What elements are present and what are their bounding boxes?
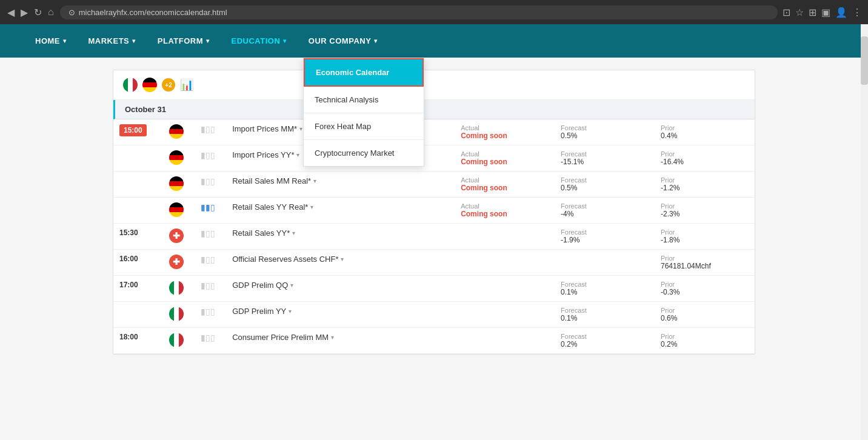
scrollbar[interactable]	[861, 24, 868, 440]
flag-cell-2	[163, 172, 195, 198]
event-chevron-2[interactable]: ▾	[313, 178, 316, 184]
event-chevron-8[interactable]: ▾	[331, 334, 334, 341]
dropdown-item-technical-analysis[interactable]: Technical Analysis	[304, 87, 424, 113]
nav-our-company[interactable]: OUR COMPANY ▾	[298, 24, 389, 58]
event-name-6: GDP Prelim QQ ▾	[232, 281, 449, 290]
impact-cell-5: ▮▯▯	[195, 250, 226, 276]
scrollbar-thumb[interactable]	[861, 36, 868, 85]
table-row: 15:30 ✚ ▮▯▯ Retail Sales YY* ▾	[113, 224, 755, 250]
time-text-6: 17:00	[119, 281, 138, 289]
prior-cell-2: Prior -1.2%	[655, 172, 755, 198]
forward-button[interactable]: ▶	[19, 5, 29, 19]
event-chevron-7[interactable]: ▾	[289, 308, 292, 315]
forecast-cell-0: Forecast 0.5%	[555, 119, 655, 145]
time-cell-6: 17:00	[113, 276, 163, 302]
table-row: 17:00 ▮▯▯ GDP Prelim QQ ▾	[113, 276, 755, 302]
actual-value-0: Coming soon	[461, 132, 549, 140]
extensions-icon[interactable]: ⊞	[809, 7, 816, 18]
event-text-5: Official Reserves Assets CHF*	[232, 255, 338, 264]
nav-markets[interactable]: MARKETS ▾	[78, 24, 147, 58]
prior-cell-5: Prior 764181.04Mchf	[655, 250, 755, 276]
bookmark-icon[interactable]: ☆	[795, 7, 804, 18]
time-cell-2	[113, 172, 163, 198]
impact-icon-3: ▮▮▯	[201, 202, 215, 212]
event-name-5: Official Reserves Assets CHF* ▾	[232, 255, 449, 264]
profile-icon[interactable]: 👤	[835, 7, 847, 18]
actual-cell-8	[455, 328, 555, 354]
cast-icon[interactable]: ⊡	[783, 7, 790, 18]
nav-platform[interactable]: PLATFORM ▾	[147, 24, 221, 58]
event-chevron-0[interactable]: ▾	[299, 125, 302, 132]
impact-cell-1: ▮▯▯	[195, 145, 226, 172]
forecast-cell-3: Forecast -4%	[555, 198, 655, 224]
dropdown-item-cryptocurrency-market[interactable]: Cryptocurrency Market	[304, 140, 424, 166]
filter-flag-others[interactable]: +2	[162, 78, 175, 92]
flag-it-8	[169, 333, 184, 347]
impact-icon-0: ▮▯▯	[201, 124, 215, 134]
prior-cell-8: Prior 0.2%	[655, 328, 755, 354]
nav-education[interactable]: EDUCATION ▾	[221, 24, 298, 58]
nav-platform-chevron: ▾	[206, 38, 210, 44]
prior-cell-1: Prior -16.4%	[655, 145, 755, 172]
time-text-8: 18:00	[119, 333, 138, 341]
prior-label-6: Prior	[661, 281, 749, 288]
flag-cell-8	[163, 328, 195, 354]
impact-icon-2: ▮▯▯	[201, 176, 215, 186]
event-chevron-6[interactable]: ▾	[290, 282, 293, 288]
nav-home-label: HOME	[35, 36, 60, 45]
event-cell-6: GDP Prelim QQ ▾	[226, 276, 455, 302]
refresh-button[interactable]: ↻	[33, 5, 43, 19]
address-bar[interactable]: ⊙ michaelrayhfx.com/economiccalendar.htm…	[60, 5, 778, 19]
nav-markets-label: MARKETS	[88, 36, 130, 45]
impact-cell-4: ▮▯▯	[195, 224, 226, 250]
dropdown-item-forex-heat-map[interactable]: Forex Heat Map	[304, 113, 424, 140]
impact-icon-8: ▮▯▯	[201, 333, 215, 342]
event-chevron-4[interactable]: ▾	[292, 230, 295, 236]
event-text-8: Consumer Price Prelim MM	[232, 333, 329, 342]
impact-icon-1: ▮▯▯	[201, 150, 215, 160]
event-chevron-5[interactable]: ▾	[341, 256, 344, 262]
event-cell-5: Official Reserves Assets CHF* ▾	[226, 250, 455, 276]
flag-de-1	[169, 150, 184, 165]
filter-flag-germany[interactable]	[142, 78, 157, 92]
impact-icon-7: ▮▯▯	[201, 307, 215, 316]
prior-label-4: Prior	[661, 228, 749, 236]
flag-cell-7	[163, 302, 195, 328]
impact-cell-7: ▮▯▯	[195, 302, 226, 328]
tab-icon[interactable]: ▣	[821, 7, 830, 18]
forecast-value-3: -4%	[561, 210, 649, 218]
time-cell-7	[113, 302, 163, 328]
event-chevron-3[interactable]: ▾	[310, 204, 313, 210]
date-header: October 31	[113, 100, 755, 119]
prior-cell-6: Prior -0.3%	[655, 276, 755, 302]
forecast-cell-4: Forecast -1.9%	[555, 224, 655, 250]
prior-label-1: Prior	[661, 150, 749, 158]
forecast-label-8: Forecast	[561, 333, 649, 340]
menu-icon[interactable]: ⋮	[852, 7, 862, 18]
forecast-cell-5	[555, 250, 655, 276]
forecast-value-6: 0.1%	[561, 288, 649, 296]
forecast-label-3: Forecast	[561, 202, 649, 210]
actual-cell-6	[455, 276, 555, 302]
event-chevron-1[interactable]: ▾	[296, 152, 299, 158]
filter-flag-italy[interactable]	[123, 78, 138, 92]
nav-home[interactable]: HOME ▾	[24, 24, 78, 58]
time-cell-3	[113, 198, 163, 224]
prior-value-5: 764181.04Mchf	[661, 262, 749, 270]
time-cell-4: 15:30	[113, 224, 163, 250]
flag-it-6	[169, 281, 184, 295]
dropdown-item-economic-calendar[interactable]: Economic Calendar	[304, 58, 424, 87]
home-button[interactable]: ⌂	[47, 5, 55, 19]
event-text-7: GDP Prelim YY	[232, 307, 286, 316]
event-cell-7: GDP Prelim YY ▾	[226, 302, 455, 328]
actual-cell-3: Actual Coming soon	[455, 198, 555, 224]
back-button[interactable]: ◀	[6, 5, 16, 19]
event-cell-2: Retail Sales MM Real* ▾	[226, 172, 455, 198]
actual-cell-1: Actual Coming soon	[455, 145, 555, 172]
forecast-value-0: 0.5%	[561, 132, 649, 140]
impact-filter-icon[interactable]: 📊	[180, 78, 193, 92]
forecast-value-7: 0.1%	[561, 314, 649, 322]
flag-cell-3	[163, 198, 195, 224]
prior-value-8: 0.2%	[661, 340, 749, 348]
flag-cell-0	[163, 119, 195, 145]
